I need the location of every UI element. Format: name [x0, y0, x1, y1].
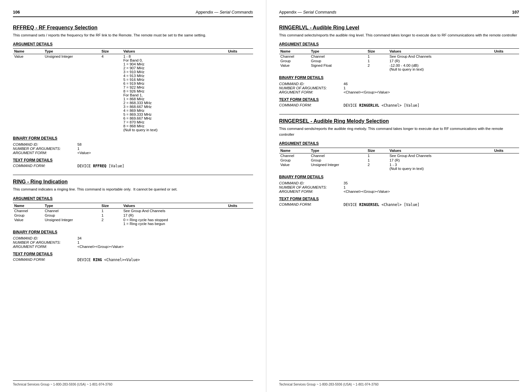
left-page-title: Appendix — Serial Commands [196, 10, 253, 15]
detail-row: COMMAND ID: 58 [13, 142, 253, 146]
ringerlvl-text-form-title: TEXT FORM DETAILS [279, 97, 519, 102]
th-size: Size [366, 49, 388, 54]
th-units: Units [493, 148, 519, 153]
detail-row: ARGUMENT FORM: <Channel><Group><Value> [279, 90, 519, 94]
cell-type: Signed Float [310, 63, 366, 72]
rffreq-arg-title: ARGUMENT DETAILS [13, 42, 253, 46]
cell-name: Group [279, 59, 310, 63]
cell-units [227, 213, 253, 218]
detail-label: COMMAND ID: [279, 82, 344, 86]
rffreq-cmd-form: COMMAND FORM: DEVICE RFFREQ [Value] [13, 164, 253, 168]
cell-type: Unsigned Integer [310, 162, 366, 171]
ringersel-intro: This command sends/reports the audible r… [279, 126, 519, 137]
cell-size: 4 [100, 54, 122, 132]
detail-value: <Value> [77, 151, 91, 155]
ringerlvl-intro: This command selects/reports the audible… [279, 33, 519, 38]
ring-binary-title: BINARY FORM DETAILS [13, 230, 253, 234]
rffreq-title: RFFREQ - RF Frequency Selection [13, 25, 253, 31]
ring-cmd-form: COMMAND FORM: DEVICE RING <Channel><Valu… [13, 258, 253, 262]
cell-size: 2 [100, 218, 122, 226]
table-row: Group Group 1 17 (R) [279, 59, 519, 63]
section-divider [279, 114, 519, 114]
detail-label: ARGUMENT FORM: [279, 190, 344, 193]
cell-type: Group [310, 59, 366, 63]
cmd-form-value: DEVICE RINGERLVL <Channel> [Value] [344, 103, 419, 108]
cell-units [227, 54, 253, 132]
detail-value: 1 [344, 86, 346, 90]
cell-name: Channel [279, 54, 310, 59]
cell-units [493, 162, 519, 171]
detail-value: 35 [344, 181, 348, 185]
right-page-number: 107 [512, 10, 519, 15]
th-type: Type [44, 203, 100, 208]
cell-type: Channel [44, 208, 100, 213]
ring-intro: This command indicates a ringing line. T… [13, 187, 253, 192]
cell-name: Channel [13, 208, 44, 213]
cell-values: 0 = Ring cycle has stopped 1 = Ring cycl… [122, 218, 227, 226]
th-values: Values [122, 203, 227, 208]
cell-values: 17 (R) [388, 59, 493, 63]
cell-name: Value [13, 54, 44, 132]
th-type: Type [310, 49, 366, 54]
ring-table: Name Type Size Values Units Channel Chan… [13, 203, 253, 226]
detail-label: NUMBER OF ARGUMENTS: [279, 86, 344, 90]
left-page-number: 106 [13, 10, 20, 15]
table-row: Channel Channel 1 See Group And Channels [13, 208, 253, 213]
cell-values: See Group And Channels [388, 153, 493, 158]
section-rffreq: RFFREQ - RF Frequency Selection This com… [13, 25, 253, 168]
th-size: Size [100, 203, 122, 208]
cell-size: 1 [366, 59, 388, 63]
detail-row: COMMAND ID: 35 [279, 181, 519, 185]
th-type: Type [44, 49, 100, 54]
ringerlvl-binary-details: COMMAND ID: 46 NUMBER OF ARGUMENTS: 1 AR… [279, 82, 519, 94]
detail-value: 58 [77, 142, 82, 146]
table-row: Value Signed Float 2 -12.00 - 4.00 (dB) … [279, 63, 519, 72]
rffreq-binary-title: BINARY FORM DETAILS [13, 136, 253, 141]
cmd-form-label: COMMAND FORM: [13, 258, 77, 262]
table-row: Channel Channel 1 See Group And Channels [279, 54, 519, 59]
cell-values: 1 - 8 For Band 0, 1 = 904 MHz 2 = 907 MH… [122, 54, 227, 132]
ringerlvl-title: RINGERLVL - Audible Ring Level [279, 25, 519, 31]
detail-value: <Channel><Group><Value> [344, 190, 390, 193]
cell-size: 1 [100, 213, 122, 218]
detail-label: COMMAND ID: [279, 181, 344, 185]
cmd-form-label: COMMAND FORM: [279, 103, 344, 108]
cell-type: Group [44, 213, 100, 218]
ringerlvl-table: Name Type Size Values Units Channel Chan… [279, 48, 519, 72]
cmd-form-label: COMMAND FORM: [13, 164, 77, 168]
left-footer: Technical Services Group ~ 1-800-283-593… [13, 380, 253, 386]
cell-units [227, 218, 253, 226]
detail-row: COMMAND ID: 34 [13, 236, 253, 240]
table-row: Value Unsigned Integer 4 1 - 8 For Band … [13, 54, 253, 132]
detail-value: 1 [344, 185, 346, 189]
cell-size: 1 [100, 208, 122, 213]
cell-values: -12.00 - 4.00 (dB) (Null to query in tex… [388, 63, 493, 72]
cell-size: 1 [366, 153, 388, 158]
cmd-form-value: DEVICE RING <Channel><Value> [77, 258, 140, 262]
th-values: Values [388, 49, 493, 54]
section-divider [13, 175, 253, 175]
cell-values: See Group And Channels [388, 54, 493, 59]
detail-value: 46 [344, 82, 348, 86]
section-ring: RING - Ring Indication This command indi… [13, 179, 253, 262]
table-row: Value Unsigned Integer 2 0 = Ring cycle … [13, 218, 253, 226]
th-values: Values [388, 148, 493, 153]
ringerlvl-arg-title: ARGUMENT DETAILS [279, 42, 519, 46]
ringersel-title: RINGERSEL - Audible Ring Melody Selectio… [279, 118, 519, 124]
th-type: Type [310, 148, 366, 153]
th-units: Units [493, 49, 519, 54]
cell-type: Unsigned Integer [44, 218, 100, 226]
cmd-form-value: DEVICE RFFREQ [Value] [77, 164, 124, 168]
detail-row: NUMBER OF ARGUMENTS: 1 [279, 86, 519, 90]
ringersel-cmd-form: COMMAND FORM: DEVICE RINGERSEL <Channel>… [279, 202, 519, 207]
th-name: Name [279, 148, 310, 153]
detail-label: COMMAND ID: [13, 142, 77, 146]
table-row: Group Group 1 17 (R) [13, 213, 253, 218]
left-page: 106 Appendix — Serial Commands RFFREQ - … [0, 0, 266, 392]
th-size: Size [100, 49, 122, 54]
detail-row: ARGUMENT FORM: <Channel><Group><Value> [13, 245, 253, 249]
rffreq-binary-details: COMMAND ID: 58 NUMBER OF ARGUMENTS: 1 AR… [13, 142, 253, 155]
detail-label: NUMBER OF ARGUMENTS: [279, 185, 344, 189]
ringerlvl-cmd-form: COMMAND FORM: DEVICE RINGERLVL <Channel>… [279, 103, 519, 108]
right-footer: Technical Services Group ~ 1-800-283-593… [279, 380, 519, 386]
